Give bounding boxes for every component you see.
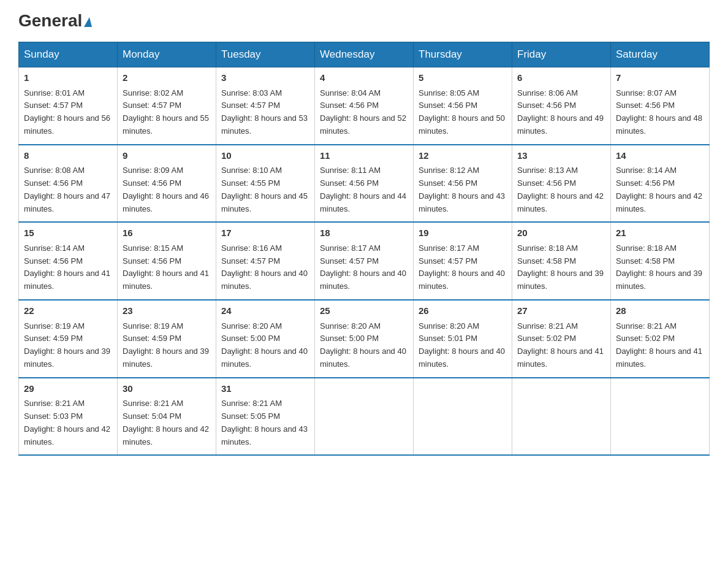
calendar-week-3: 15 Sunrise: 8:14 AMSunset: 4:56 PMDaylig… [19,222,710,300]
weekday-header-sunday: Sunday [19,42,118,67]
calendar-cell: 14 Sunrise: 8:14 AMSunset: 4:56 PMDaylig… [611,145,710,223]
day-number: 24 [221,304,309,318]
day-number: 1 [24,71,112,85]
day-number: 3 [221,71,309,85]
calendar-cell: 1 Sunrise: 8:01 AMSunset: 4:57 PMDayligh… [19,67,118,145]
weekday-header-thursday: Thursday [414,42,512,67]
calendar-cell: 30 Sunrise: 8:21 AMSunset: 5:04 PMDaylig… [118,378,216,456]
weekday-header-monday: Monday [118,42,216,67]
day-number: 31 [221,382,309,396]
calendar-cell: 28 Sunrise: 8:21 AMSunset: 5:02 PMDaylig… [611,300,710,378]
day-info: Sunrise: 8:19 AMSunset: 4:59 PMDaylight:… [123,321,209,369]
weekday-header-tuesday: Tuesday [216,42,315,67]
calendar-cell: 12 Sunrise: 8:12 AMSunset: 4:56 PMDaylig… [414,145,512,223]
day-number: 29 [24,382,112,396]
logo: General [18,12,92,29]
calendar-cell [512,378,611,456]
day-number: 23 [123,304,211,318]
day-number: 17 [221,226,309,240]
calendar-week-1: 1 Sunrise: 8:01 AMSunset: 4:57 PMDayligh… [19,67,710,145]
calendar-cell: 31 Sunrise: 8:21 AMSunset: 5:05 PMDaylig… [216,378,315,456]
day-info: Sunrise: 8:14 AMSunset: 4:56 PMDaylight:… [616,166,702,213]
day-info: Sunrise: 8:14 AMSunset: 4:56 PMDaylight:… [24,243,110,291]
day-info: Sunrise: 8:06 AMSunset: 4:56 PMDaylight:… [517,88,604,136]
day-number: 26 [419,304,507,318]
day-number: 7 [616,71,704,85]
calendar-cell: 25 Sunrise: 8:20 AMSunset: 5:00 PMDaylig… [315,300,414,378]
day-number: 14 [616,149,704,163]
day-number: 25 [320,304,408,318]
calendar-cell: 23 Sunrise: 8:19 AMSunset: 4:59 PMDaylig… [118,300,216,378]
day-info: Sunrise: 8:21 AMSunset: 5:02 PMDaylight:… [616,321,702,369]
calendar-cell: 13 Sunrise: 8:13 AMSunset: 4:56 PMDaylig… [512,145,611,223]
calendar-cell: 27 Sunrise: 8:21 AMSunset: 5:02 PMDaylig… [512,300,611,378]
calendar-cell [414,378,512,456]
day-info: Sunrise: 8:12 AMSunset: 4:56 PMDaylight:… [419,166,505,213]
calendar-cell [315,378,414,456]
day-info: Sunrise: 8:20 AMSunset: 5:00 PMDaylight:… [221,321,308,369]
calendar-cell: 15 Sunrise: 8:14 AMSunset: 4:56 PMDaylig… [19,222,118,300]
day-info: Sunrise: 8:04 AMSunset: 4:56 PMDaylight:… [320,88,406,136]
day-number: 10 [221,149,309,163]
calendar-cell: 17 Sunrise: 8:16 AMSunset: 4:57 PMDaylig… [216,222,315,300]
calendar-cell: 10 Sunrise: 8:10 AMSunset: 4:55 PMDaylig… [216,145,315,223]
day-info: Sunrise: 8:21 AMSunset: 5:02 PMDaylight:… [517,321,604,369]
day-info: Sunrise: 8:17 AMSunset: 4:57 PMDaylight:… [419,243,505,291]
day-info: Sunrise: 8:21 AMSunset: 5:03 PMDaylight:… [24,399,110,446]
day-number: 8 [24,149,112,163]
day-number: 19 [419,226,507,240]
calendar-cell: 24 Sunrise: 8:20 AMSunset: 5:00 PMDaylig… [216,300,315,378]
day-info: Sunrise: 8:08 AMSunset: 4:56 PMDaylight:… [24,166,110,213]
day-number: 20 [517,226,605,240]
day-info: Sunrise: 8:10 AMSunset: 4:55 PMDaylight:… [221,166,308,213]
calendar-cell: 26 Sunrise: 8:20 AMSunset: 5:01 PMDaylig… [414,300,512,378]
page-header: General [18,12,710,29]
calendar-week-2: 8 Sunrise: 8:08 AMSunset: 4:56 PMDayligh… [19,145,710,223]
calendar-cell: 29 Sunrise: 8:21 AMSunset: 5:03 PMDaylig… [19,378,118,456]
day-number: 15 [24,226,112,240]
calendar-cell: 20 Sunrise: 8:18 AMSunset: 4:58 PMDaylig… [512,222,611,300]
day-number: 5 [419,71,507,85]
day-number: 4 [320,71,408,85]
calendar-cell: 22 Sunrise: 8:19 AMSunset: 4:59 PMDaylig… [19,300,118,378]
weekday-header-row: SundayMondayTuesdayWednesdayThursdayFrid… [19,42,710,67]
day-info: Sunrise: 8:20 AMSunset: 5:00 PMDaylight:… [320,321,406,369]
day-info: Sunrise: 8:18 AMSunset: 4:58 PMDaylight:… [517,243,604,291]
day-info: Sunrise: 8:18 AMSunset: 4:58 PMDaylight:… [616,243,702,291]
calendar-cell: 2 Sunrise: 8:02 AMSunset: 4:57 PMDayligh… [118,67,216,145]
day-info: Sunrise: 8:21 AMSunset: 5:05 PMDaylight:… [221,399,308,446]
calendar-cell: 9 Sunrise: 8:09 AMSunset: 4:56 PMDayligh… [118,145,216,223]
calendar-cell: 18 Sunrise: 8:17 AMSunset: 4:57 PMDaylig… [315,222,414,300]
day-info: Sunrise: 8:05 AMSunset: 4:56 PMDaylight:… [419,88,505,136]
calendar-table: SundayMondayTuesdayWednesdayThursdayFrid… [18,42,710,456]
calendar-cell: 7 Sunrise: 8:07 AMSunset: 4:56 PMDayligh… [611,67,710,145]
day-number: 16 [123,226,211,240]
weekday-header-saturday: Saturday [611,42,710,67]
day-info: Sunrise: 8:19 AMSunset: 4:59 PMDaylight:… [24,321,110,369]
day-info: Sunrise: 8:07 AMSunset: 4:56 PMDaylight:… [616,88,702,136]
calendar-cell: 3 Sunrise: 8:03 AMSunset: 4:57 PMDayligh… [216,67,315,145]
day-info: Sunrise: 8:17 AMSunset: 4:57 PMDaylight:… [320,243,406,291]
calendar-cell: 21 Sunrise: 8:18 AMSunset: 4:58 PMDaylig… [611,222,710,300]
day-info: Sunrise: 8:16 AMSunset: 4:57 PMDaylight:… [221,243,308,291]
day-info: Sunrise: 8:21 AMSunset: 5:04 PMDaylight:… [123,399,209,446]
day-number: 21 [616,226,704,240]
calendar-cell: 8 Sunrise: 8:08 AMSunset: 4:56 PMDayligh… [19,145,118,223]
day-number: 30 [123,382,211,396]
calendar-week-4: 22 Sunrise: 8:19 AMSunset: 4:59 PMDaylig… [19,300,710,378]
day-number: 18 [320,226,408,240]
day-number: 9 [123,149,211,163]
day-number: 28 [616,304,704,318]
logo-top: General [18,12,92,29]
weekday-header-wednesday: Wednesday [315,42,414,67]
day-info: Sunrise: 8:11 AMSunset: 4:56 PMDaylight:… [320,166,406,213]
day-info: Sunrise: 8:01 AMSunset: 4:57 PMDaylight:… [24,88,110,136]
day-number: 2 [123,71,211,85]
day-number: 6 [517,71,605,85]
day-number: 12 [419,149,507,163]
day-number: 13 [517,149,605,163]
day-info: Sunrise: 8:09 AMSunset: 4:56 PMDaylight:… [123,166,209,213]
weekday-header-friday: Friday [512,42,611,67]
calendar-cell: 6 Sunrise: 8:06 AMSunset: 4:56 PMDayligh… [512,67,611,145]
day-info: Sunrise: 8:03 AMSunset: 4:57 PMDaylight:… [221,88,308,136]
